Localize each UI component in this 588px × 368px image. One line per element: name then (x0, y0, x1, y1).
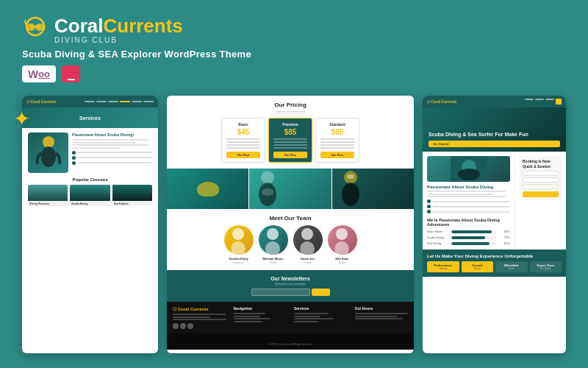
svg-point-12 (232, 228, 244, 240)
plan-price: $45 (226, 128, 260, 136)
member-name: David Joe (293, 257, 323, 261)
stat-label: Scuba Diving (427, 236, 449, 239)
check-item (72, 156, 152, 160)
course-card-1: Diving Premium (28, 185, 68, 206)
stat-pct: 85% (498, 241, 510, 245)
bottom-card-sub: Service (464, 267, 492, 270)
footer-col-title: Our Hours (355, 306, 409, 311)
pricing-title: Our Pricing (173, 102, 408, 108)
gallery-section (167, 169, 414, 209)
footer-line (234, 318, 271, 319)
team-title: Meet Our Team (173, 215, 408, 222)
check-text (432, 206, 510, 208)
newsletter-input-field[interactable] (251, 289, 310, 296)
footer-col-hours: Our Hours (355, 306, 409, 329)
footer-copyright: © 2023 Coral Currents. All Rights Reserv… (269, 343, 312, 346)
course-card-3: Sea Explore (112, 185, 152, 206)
check-item (72, 161, 152, 165)
plan-price: $85 (273, 128, 307, 136)
bottom-card-performance: Performance Training (427, 261, 459, 272)
booking-fields (523, 171, 559, 189)
check-icon (72, 161, 76, 165)
header: Coral Currents DIVING CLUB Scuba Diving … (22, 15, 566, 82)
pricing-line (226, 141, 260, 143)
member-photo (259, 225, 288, 255)
bottom-title: Let Us Make Your Diving Experience Unfor… (427, 254, 562, 258)
stat-label: Open Water (427, 230, 449, 233)
booking-field-type[interactable] (523, 184, 559, 189)
booking-field-date[interactable] (523, 177, 559, 183)
nav-dot-active (120, 101, 130, 102)
previews-container: ⬡ Coral Currents Services (22, 96, 566, 353)
pricing-btn[interactable]: Get Plan (226, 152, 260, 158)
brand-name: Coral Currents (54, 15, 183, 38)
member-photo-bg (293, 225, 323, 255)
team-members: Scarlett Emily Instructor Michael Shane … (173, 225, 408, 264)
pricing-btn[interactable]: Get Plan (320, 152, 354, 158)
passionate-check-items (427, 199, 510, 213)
footer-lines (173, 314, 226, 329)
member-photo (293, 225, 323, 255)
check-icon (72, 151, 76, 155)
plan-price: $65 (320, 128, 354, 136)
footer-col-brand: ⬡ Coral Currents (173, 306, 226, 329)
booking-submit-button[interactable] (523, 191, 559, 197)
svg-point-17 (300, 241, 315, 255)
about-title: Passionate About Scuba Diving! (72, 132, 152, 137)
stat-bars: Open Water 90% Scuba Diving (427, 230, 510, 245)
course-img (112, 185, 152, 201)
pricing-btn[interactable]: Get Plan (273, 152, 307, 158)
team-member-1: Scarlett Emily Instructor (223, 225, 254, 264)
check-text (77, 157, 152, 158)
social-icon-tw (180, 323, 186, 329)
courses-grid: Diving Premium Scuba Diving Sea Explore (28, 185, 152, 206)
pricing-lines (320, 138, 354, 149)
pricing-line (320, 147, 354, 149)
check-text (432, 211, 510, 213)
nav-dot (85, 101, 95, 102)
bottom-cards: Performance Training Trusted Service Aff… (427, 261, 562, 272)
stat-pct: 75% (498, 236, 510, 239)
nav-dots (85, 101, 154, 102)
stat-pct: 90% (498, 230, 510, 233)
gallery-bg (332, 169, 414, 209)
booking-widget: Booking Is Now Quick & Easiest (520, 156, 562, 200)
footer-line (294, 321, 318, 322)
bottom-card-expert: Expert Team Pro Divers (530, 261, 562, 272)
course-card-2: Scuba Diving (70, 185, 110, 206)
stat-bar-bg (451, 236, 496, 239)
member-role: Instructor (223, 261, 254, 264)
booking-title: Booking Is Now Quick & Easiest (523, 159, 559, 169)
pricing-line (320, 141, 354, 143)
stat-bar-row-1: Open Water 90% (427, 230, 510, 233)
gallery-bg (249, 169, 331, 209)
hero-cta-button[interactable]: Get Started (429, 141, 560, 147)
pricing-line (226, 144, 260, 146)
passionate-section: Passionate About Scuba Diving (427, 156, 510, 213)
svg-point-14 (267, 228, 279, 240)
svg-point-18 (336, 228, 348, 240)
nav-dot (132, 101, 142, 102)
svg-point-19 (334, 241, 349, 255)
booking-field-name[interactable] (523, 171, 559, 176)
nav-dot (143, 101, 154, 102)
member-name: Michael Shane (258, 257, 289, 261)
team-section: Meet Our Team Scarlett Emily Instructor (167, 209, 414, 270)
preview-left: ⬡ Coral Currents Services (22, 96, 158, 353)
desc-line (427, 191, 506, 192)
member-photo (328, 225, 357, 255)
pricing-line (226, 147, 260, 149)
footer-col-title: Navigation (234, 306, 287, 311)
newsletter-subscribe-button[interactable] (312, 289, 330, 296)
stat-bar-fill (451, 242, 490, 245)
preview-hero-text: Services (79, 116, 101, 121)
gallery-img-3 (332, 169, 414, 209)
about-desc-lines (72, 139, 152, 149)
bottom-card-sub: Training (429, 267, 457, 270)
svg-point-13 (231, 241, 245, 255)
stat-label: Sea Diving (427, 241, 449, 245)
hero-title: Scuba Diving & Sea Surfer For Make Fun (429, 131, 560, 138)
passionate-image (427, 156, 510, 182)
footer-line (355, 313, 409, 314)
pricing-line (273, 147, 307, 149)
